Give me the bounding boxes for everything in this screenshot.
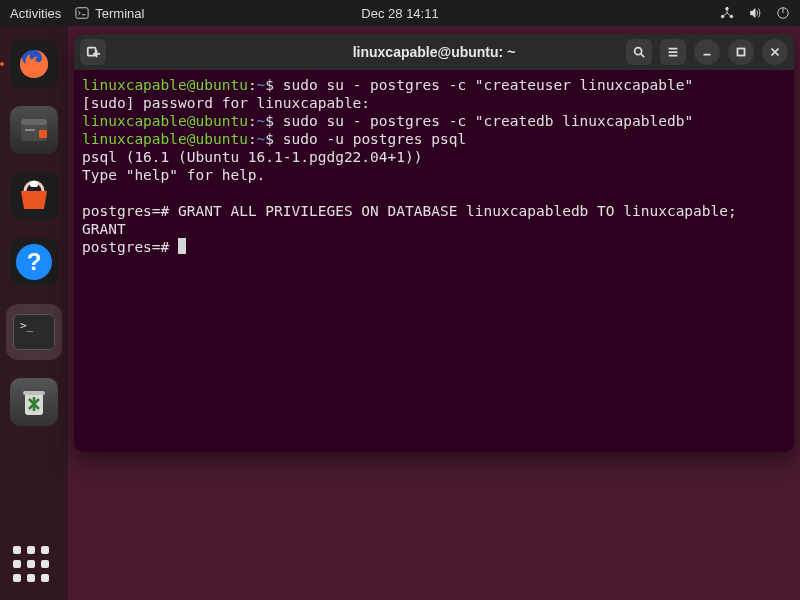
gnome-top-bar: Activities Terminal Dec 28 14:11 (0, 0, 800, 26)
show-applications[interactable] (0, 546, 68, 588)
network-icon[interactable] (720, 6, 734, 20)
dock-software[interactable] (10, 172, 58, 220)
prompt-symbol: $ (265, 113, 274, 129)
apps-grid-icon (13, 546, 55, 588)
svg-line-20 (641, 54, 645, 58)
svg-text:?: ? (27, 248, 42, 275)
dock-files[interactable] (10, 106, 58, 154)
power-icon[interactable] (776, 6, 790, 20)
dock-trash[interactable] (10, 378, 58, 426)
cmd-line: sudo su - postgres -c "createuser linuxc… (274, 77, 693, 93)
prompt-sep: : (248, 113, 257, 129)
hamburger-menu-button[interactable] (660, 39, 686, 65)
terminal-thumb-icon: >_ (13, 314, 55, 350)
cmd-line: sudo su - postgres -c "createdb linuxcap… (274, 113, 693, 129)
activities-button[interactable]: Activities (10, 6, 61, 21)
svg-point-19 (635, 48, 642, 55)
new-tab-button[interactable] (80, 39, 106, 65)
prompt-user: linuxcapable@ubuntu (82, 77, 248, 93)
prompt-symbol: $ (265, 131, 274, 147)
svg-rect-8 (21, 119, 47, 125)
volume-icon[interactable] (748, 6, 762, 20)
window-title: linuxcapable@ubuntu: ~ (353, 44, 516, 60)
output-line: Type "help" for help. (82, 167, 265, 183)
output-line: [sudo] password for linuxcapable: (82, 95, 370, 111)
clock[interactable]: Dec 28 14:11 (361, 6, 438, 21)
terminal-app-icon (75, 6, 89, 20)
output-line: GRANT (82, 221, 126, 237)
focused-app-label: Terminal (95, 6, 144, 21)
search-button[interactable] (626, 39, 652, 65)
svg-rect-25 (738, 49, 745, 56)
terminal-window: linuxcapable@ubuntu: ~ linuxcapable@ubun… (74, 34, 794, 452)
prompt-symbol: $ (265, 77, 274, 93)
svg-rect-15 (23, 391, 45, 395)
svg-rect-11 (30, 181, 38, 187)
pg-prompt: postgres=# (82, 203, 169, 219)
terminal-output[interactable]: linuxcapable@ubuntu:~$ sudo su - postgre… (74, 70, 794, 452)
cmd-line: GRANT ALL PRIVILEGES ON DATABASE linuxca… (169, 203, 736, 219)
prompt-user: linuxcapable@ubuntu (82, 131, 248, 147)
output-line: psql (16.1 (Ubuntu 16.1-1.pgdg22.04+1)) (82, 149, 422, 165)
terminal-cursor (178, 238, 186, 254)
cmd-line: sudo -u postgres psql (274, 131, 466, 147)
svg-rect-10 (39, 130, 47, 138)
svg-rect-9 (25, 129, 35, 131)
prompt-user: linuxcapable@ubuntu (82, 113, 248, 129)
prompt-sep: : (248, 131, 257, 147)
focused-app-menu[interactable]: Terminal (75, 6, 144, 21)
svg-rect-0 (76, 8, 88, 19)
maximize-button[interactable] (728, 39, 754, 65)
dock-help[interactable]: ? (10, 238, 58, 286)
terminal-titlebar[interactable]: linuxcapable@ubuntu: ~ (74, 34, 794, 70)
minimize-button[interactable] (694, 39, 720, 65)
close-button[interactable] (762, 39, 788, 65)
pg-prompt: postgres=# (82, 239, 169, 255)
prompt-sep: : (248, 77, 257, 93)
dock-terminal[interactable]: >_ (6, 304, 62, 360)
dock-firefox[interactable] (10, 40, 58, 88)
dock: ? >_ (0, 26, 68, 600)
